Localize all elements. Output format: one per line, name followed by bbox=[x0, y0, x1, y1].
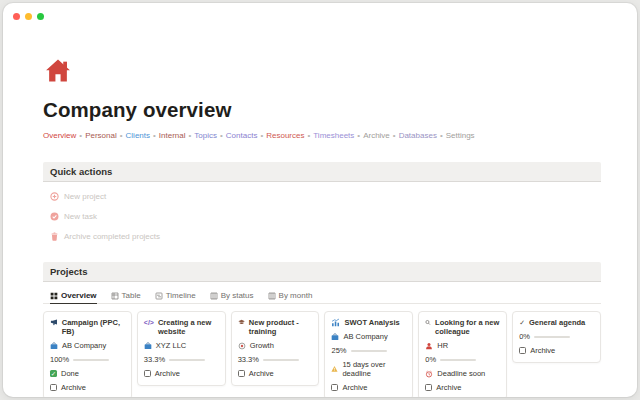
megaphone-icon bbox=[50, 318, 58, 327]
progress-label: 100% bbox=[50, 355, 69, 364]
archive-checkbox[interactable] bbox=[144, 370, 151, 377]
project-card-training[interactable]: New product - training Growth 33.3% Arch… bbox=[231, 311, 320, 386]
progress-bar bbox=[351, 350, 387, 352]
search-icon bbox=[425, 318, 431, 327]
deadline-label: Deadline soon bbox=[437, 369, 485, 378]
check-circle-icon bbox=[50, 212, 59, 221]
card-company: XYZ LLC bbox=[156, 341, 186, 350]
page-content: Company overview Overview•Personal•Clien… bbox=[43, 3, 601, 397]
tab-label: Timeline bbox=[166, 291, 196, 300]
nav-separator: • bbox=[153, 131, 156, 140]
nav-item-internal[interactable]: Internal bbox=[159, 131, 186, 140]
archive-checkbox[interactable] bbox=[238, 370, 245, 377]
app-window: Company overview Overview•Personal•Clien… bbox=[3, 3, 637, 397]
tab-by-status[interactable]: By status bbox=[210, 291, 254, 303]
table-icon bbox=[111, 292, 119, 300]
progress-label: 33.3% bbox=[238, 355, 259, 364]
card-company: HR bbox=[437, 341, 448, 350]
nav-item-archive[interactable]: Archive bbox=[363, 131, 390, 140]
tab-label: Table bbox=[122, 291, 141, 300]
nav-separator: • bbox=[220, 131, 223, 140]
tab-overview[interactable]: Overview bbox=[50, 291, 97, 304]
nav-item-settings[interactable]: Settings bbox=[446, 131, 475, 140]
progress-label: 25% bbox=[331, 346, 346, 355]
done-checkbox[interactable]: ✓ bbox=[50, 370, 57, 377]
archive-label: Archive bbox=[249, 369, 274, 378]
briefcase-icon bbox=[331, 333, 339, 341]
progress-bar bbox=[73, 359, 109, 361]
archive-label: Archive bbox=[61, 383, 86, 392]
archive-checkbox[interactable] bbox=[425, 384, 432, 391]
tab-timeline[interactable]: Timeline bbox=[155, 291, 196, 303]
nav-separator: • bbox=[79, 131, 82, 140]
archive-label: Archive bbox=[436, 383, 461, 392]
quick-action-new-task[interactable]: New task bbox=[50, 211, 601, 222]
nav-separator: • bbox=[357, 131, 360, 140]
page-nav: Overview•Personal•Clients•Internal•Topic… bbox=[43, 131, 601, 141]
nav-separator: • bbox=[440, 131, 443, 140]
card-title: Campaign (PPC, FB) bbox=[62, 318, 125, 336]
warning-icon bbox=[331, 365, 338, 373]
card-company: AB Company bbox=[62, 341, 106, 350]
project-card-colleague[interactable]: Looking for a new colleague HR 0% Deadli… bbox=[418, 311, 507, 397]
progress-label: 0% bbox=[425, 355, 436, 364]
project-cards: Campaign (PPC, FB) AB Company 100% ✓ Don… bbox=[43, 311, 601, 397]
project-card-campaign[interactable]: Campaign (PPC, FB) AB Company 100% ✓ Don… bbox=[43, 311, 132, 397]
nav-item-timesheets[interactable]: Timesheets bbox=[313, 131, 354, 140]
quick-action-label: New task bbox=[64, 212, 97, 221]
code-icon: </> bbox=[144, 318, 154, 327]
card-title: Looking for a new colleague bbox=[435, 318, 500, 336]
progress-label: 0% bbox=[519, 332, 530, 341]
nav-item-resources[interactable]: Resources bbox=[266, 131, 304, 140]
archive-checkbox[interactable] bbox=[50, 384, 57, 391]
hr-icon bbox=[425, 342, 433, 350]
nav-separator: • bbox=[120, 131, 123, 140]
done-label: Done bbox=[61, 369, 79, 378]
project-card-agenda[interactable]: ✓ General agenda 0% Archive bbox=[512, 311, 601, 363]
tab-by-month[interactable]: By month bbox=[268, 291, 313, 303]
nav-item-contacts[interactable]: Contacts bbox=[226, 131, 258, 140]
archive-label: Archive bbox=[342, 383, 367, 392]
card-title: Creating a new website bbox=[158, 318, 219, 336]
nav-item-personal[interactable]: Personal bbox=[85, 131, 117, 140]
progress-bar bbox=[440, 359, 476, 361]
plus-circle-icon bbox=[50, 192, 59, 201]
tab-label: By month bbox=[279, 291, 313, 300]
card-company: AB Company bbox=[343, 332, 387, 341]
projects-header: Projects bbox=[43, 262, 601, 282]
nav-separator: • bbox=[189, 131, 192, 140]
project-card-website[interactable]: </> Creating a new website XYZ LLC 33.3%… bbox=[137, 311, 226, 386]
close-button[interactable] bbox=[13, 13, 20, 20]
warning-label: 15 days over deadline bbox=[342, 360, 406, 378]
minimize-button[interactable] bbox=[25, 13, 32, 20]
window-controls bbox=[13, 13, 44, 20]
grid-icon bbox=[50, 292, 58, 300]
tab-table[interactable]: Table bbox=[111, 291, 141, 303]
growth-icon bbox=[238, 342, 246, 350]
nav-item-topics[interactable]: Topics bbox=[194, 131, 217, 140]
screenshot-stage: Company overview Overview•Personal•Clien… bbox=[0, 0, 640, 400]
home-icon[interactable] bbox=[43, 57, 73, 85]
card-title: General agenda bbox=[529, 318, 585, 327]
alarm-clock-icon bbox=[425, 370, 433, 378]
project-card-swot[interactable]: SWOT Analysis AB Company 25% 15 days ove… bbox=[324, 311, 413, 397]
archive-checkbox[interactable] bbox=[331, 384, 338, 391]
projects-view-tabs: Overview Table Timeline By status By mon… bbox=[43, 285, 601, 304]
board-icon bbox=[210, 292, 218, 300]
graduation-cap-icon bbox=[238, 318, 245, 327]
quick-actions-header: Quick actions bbox=[43, 162, 601, 182]
quick-action-label: New project bbox=[64, 192, 106, 201]
trash-icon bbox=[50, 232, 59, 241]
nav-item-overview[interactable]: Overview bbox=[43, 131, 76, 140]
progress-label: 33.3% bbox=[144, 355, 165, 364]
nav-separator: • bbox=[393, 131, 396, 140]
chart-icon bbox=[331, 318, 340, 327]
progress-bar bbox=[263, 359, 299, 361]
board-icon bbox=[268, 292, 276, 300]
quick-action-archive-completed[interactable]: Archive completed projects bbox=[50, 231, 601, 242]
quick-action-new-project[interactable]: New project bbox=[50, 191, 601, 202]
nav-item-databases[interactable]: Databases bbox=[399, 131, 437, 140]
archive-checkbox[interactable] bbox=[519, 347, 526, 354]
nav-item-clients[interactable]: Clients bbox=[126, 131, 150, 140]
progress-bar bbox=[169, 359, 205, 361]
